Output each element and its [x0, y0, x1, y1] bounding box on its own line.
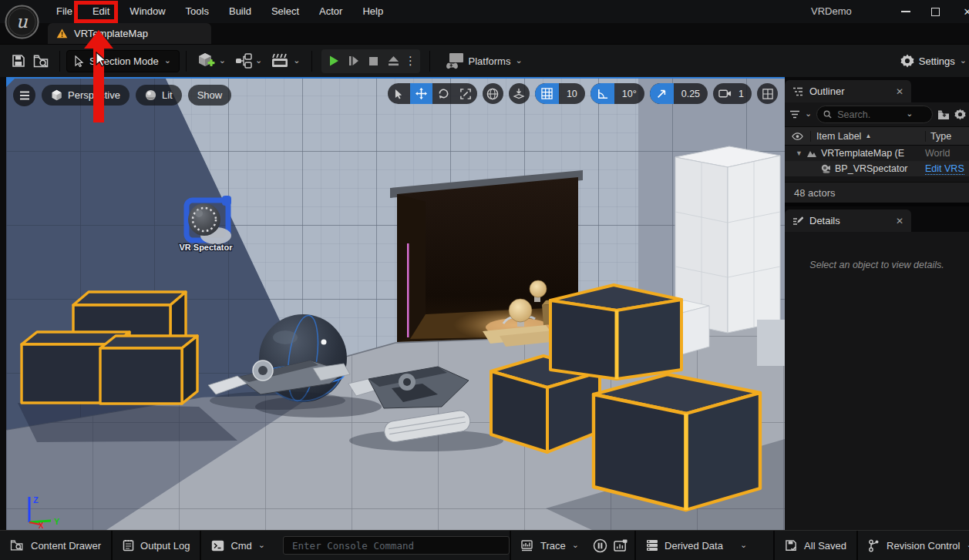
add-folder-icon[interactable] [937, 109, 950, 120]
output-log-button[interactable]: Output Log [113, 531, 200, 560]
add-cube-icon [197, 52, 216, 69]
gray-cube[interactable] [757, 320, 785, 366]
play-button[interactable] [324, 49, 344, 73]
minimize-button[interactable] [894, 0, 917, 23]
chevron-down-icon[interactable]: ⌄ [805, 109, 812, 118]
close-icon[interactable]: ✕ [896, 86, 903, 97]
outliner-row-bp-vrspectator[interactable]: BP_VRSpectator Edit VRS [785, 161, 969, 176]
menu-actor[interactable]: Actor [309, 0, 352, 23]
all-saved-button[interactable]: All Saved [775, 531, 856, 560]
grid-snap-value[interactable]: 10 [559, 83, 585, 104]
chevron-down-icon: ⌄ [293, 56, 300, 65]
content-drawer-button[interactable]: Content Drawer [0, 531, 111, 560]
trace-dropdown[interactable]: Trace ⌄ [511, 531, 589, 560]
row-type-link[interactable]: Edit VRS [925, 163, 969, 174]
menu-file[interactable]: File [46, 0, 82, 23]
grid-snap-control[interactable]: 10 [535, 83, 585, 104]
cmd-dropdown[interactable]: Cmd ⌄ [201, 531, 275, 560]
maximize-button[interactable] [924, 0, 947, 23]
chevron-down-icon: ⌄ [515, 56, 522, 65]
chevron-down-icon[interactable]: ⌄ [906, 109, 913, 118]
vr-spectator-label: VR Spectator [179, 243, 233, 252]
play-options-button[interactable]: ⋮ [404, 49, 418, 73]
rotation-snap-value[interactable]: 10° [614, 83, 644, 104]
console-command-input[interactable] [291, 539, 502, 552]
menu-build[interactable]: Build [219, 0, 261, 23]
tab-vrtemplatemap[interactable]: VRTemplateMap [48, 23, 211, 44]
camera-speed-control[interactable]: 1 [713, 83, 752, 104]
filter-icon[interactable] [789, 110, 800, 119]
camera-actor-icon [820, 164, 831, 173]
trace-snapshot-button[interactable] [611, 531, 634, 560]
outliner-settings-gear-icon[interactable] [954, 109, 966, 120]
chevron-down-icon: ⌄ [255, 56, 262, 65]
browse-content-button[interactable] [30, 49, 53, 72]
tab-outliner[interactable]: Outliner ✕ [785, 80, 911, 102]
scale-snap-value[interactable]: 0.25 [674, 83, 708, 104]
save-button[interactable] [7, 49, 30, 72]
viewport-layout-button[interactable] [757, 83, 778, 104]
perspective-dropdown[interactable]: Perspective [42, 85, 130, 106]
type-column-header[interactable]: Type [925, 131, 969, 142]
viewport-options-button[interactable] [13, 84, 35, 106]
cinematics-button[interactable]: ⌄ [267, 53, 304, 69]
stop-button[interactable] [364, 49, 384, 73]
platforms-dropdown[interactable]: Platforms ⌄ [446, 52, 523, 69]
move-tool-button[interactable] [410, 83, 432, 104]
close-button[interactable]: ✕ [956, 0, 969, 23]
selection-mode-dropdown[interactable]: Selection Mode ⌄ [66, 50, 180, 72]
add-actor-button[interactable]: ⌄ [193, 52, 230, 69]
eject-button[interactable] [384, 49, 404, 73]
camera-speed-value[interactable]: 1 [737, 83, 752, 104]
menu-tools[interactable]: Tools [176, 0, 219, 23]
cube [100, 336, 197, 404]
details-tab-strip: Details ✕ [785, 206, 969, 232]
scale-snap-control[interactable]: 0.25 [650, 83, 708, 104]
item-label-text: Item Label [816, 131, 861, 142]
expander-icon[interactable]: ▼ [796, 149, 802, 157]
settings-dropdown[interactable]: Settings ⌄ [900, 54, 967, 68]
menu-window[interactable]: Window [119, 0, 175, 23]
rotate-tool-button[interactable] [432, 83, 455, 104]
scale-tool-button[interactable] [455, 83, 477, 104]
menu-select[interactable]: Select [261, 0, 309, 23]
globe-icon [486, 88, 499, 100]
console-command-field[interactable] [283, 536, 510, 555]
item-label-column-header[interactable]: Item Label ▲ [810, 131, 925, 142]
chevron-down-icon: ⌄ [960, 56, 967, 65]
level-viewport-scene[interactable]: VR Spectator Z Y X [6, 77, 785, 530]
chevron-down-icon: ⌄ [164, 56, 171, 65]
blueprints-button[interactable]: ⌄ [230, 53, 267, 69]
close-icon[interactable]: ✕ [896, 216, 903, 226]
vr-spectator-sprite[interactable]: VR Spectator [179, 196, 233, 252]
outliner-tab-strip: Outliner ✕ [785, 77, 969, 102]
tab-details[interactable]: Details ✕ [785, 210, 911, 232]
outliner-status: 48 actors [785, 182, 969, 203]
menu-edit[interactable]: Edit [82, 0, 119, 23]
menu-help[interactable]: Help [352, 0, 393, 23]
cmd-label: Cmd [230, 540, 251, 552]
main-area: VR Spectator Z Y X [0, 77, 785, 530]
visibility-column-header[interactable] [785, 132, 810, 140]
rotation-snap-control[interactable]: 10° [590, 83, 644, 104]
layout-grid-icon [762, 89, 773, 99]
menu-bar: File Edit Window Tools Build Select Acto… [46, 0, 393, 23]
edit-vrs-link[interactable]: Edit VRS [925, 163, 964, 175]
derived-data-dropdown[interactable]: Derived Data ⌄ [636, 531, 773, 560]
outliner-row-world[interactable]: ▼ VRTemplateMap (E World [785, 146, 969, 161]
show-dropdown[interactable]: Show [188, 85, 232, 106]
select-tool-button[interactable] [388, 83, 410, 104]
insights-button[interactable] [589, 531, 611, 560]
hamburger-icon [19, 91, 30, 100]
outliner-search[interactable]: ⌄ [816, 106, 933, 123]
world-local-toggle[interactable] [483, 83, 503, 104]
frame-skip-button[interactable] [344, 49, 364, 73]
search-input[interactable] [836, 109, 902, 121]
close-icon: ✕ [964, 6, 969, 18]
level-viewport[interactable]: VR Spectator Z Y X [6, 77, 785, 530]
lit-dropdown[interactable]: Lit [136, 85, 182, 106]
save-icon [12, 54, 25, 68]
content-drawer-label: Content Drawer [31, 540, 101, 552]
surface-snapping-button[interactable] [509, 83, 530, 104]
revision-control-dropdown[interactable]: Revision Control ⌄ [858, 531, 969, 560]
